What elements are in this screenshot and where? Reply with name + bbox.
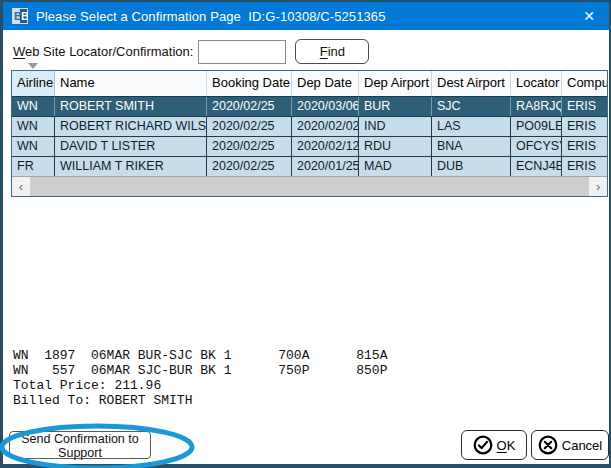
scrollbar-thumb[interactable] — [30, 177, 589, 196]
table-cell: 2020/03/06 — [292, 97, 359, 116]
ok-button[interactable]: OK — [461, 430, 527, 460]
cancel-button[interactable]: Cancel — [531, 430, 609, 460]
table-cell: ROBERT RICHARD WILSON — [55, 117, 207, 136]
search-label: Web Site Locator/Confirmation: — [13, 44, 193, 59]
horizontal-scrollbar[interactable]: ‹ › — [12, 176, 607, 196]
svg-text:B: B — [21, 10, 28, 22]
column-header-booking-date[interactable]: Booking Date — [207, 71, 292, 96]
title-bar: B B Please Select a Confirmation Page ID… — [3, 2, 609, 30]
dialog-window: B B Please Select a Confirmation Page ID… — [0, 0, 611, 468]
table-cell: BUR — [359, 97, 432, 116]
send-confirmation-button[interactable]: Send Confirmation to Support — [9, 431, 151, 459]
table-cell: RA8RJQ — [511, 97, 562, 116]
table-cell: ERIS — [562, 97, 607, 116]
table-cell: DAVID T LISTER — [55, 137, 207, 156]
table-cell: SJC — [432, 97, 511, 116]
table-cell: 2020/02/25 — [207, 157, 292, 176]
close-button[interactable]: ✕ — [569, 2, 609, 30]
window-title: Please Select a Confirmation Page ID:G-1… — [36, 9, 385, 24]
table-row[interactable]: WNROBERT RICHARD WILSON2020/02/252020/02… — [12, 117, 607, 137]
cancel-label: Cancel — [562, 438, 602, 453]
table-cell: MAD — [359, 157, 432, 176]
table-row[interactable]: WNDAVID T LISTER2020/02/252020/02/12RDUB… — [12, 137, 607, 157]
column-header-airline[interactable]: Airline — [12, 71, 55, 96]
flight-details-text: WN 1897 06MAR BUR-SJC BK 1 700A 815A WN … — [13, 348, 387, 408]
column-header-compu[interactable]: Compu — [562, 71, 607, 96]
table-cell: ERIS — [562, 137, 607, 156]
table-row[interactable]: FRWILLIAM T RIKER2020/02/252020/01/25MAD… — [12, 157, 607, 176]
grid-header-row: AirlineNameBooking DateDep DateDep Airpo… — [12, 71, 607, 97]
table-cell: WILLIAM T RIKER — [55, 157, 207, 176]
dialog-content: Web Site Locator/Confirmation: Find Airl… — [3, 30, 609, 464]
column-header-dep-airport[interactable]: Dep Airport — [359, 71, 432, 96]
table-cell: 2020/02/02 — [292, 117, 359, 136]
grid-body: WNROBERT SMITH2020/02/252020/03/06BURSJC… — [12, 97, 607, 176]
check-circle-icon — [473, 435, 493, 455]
table-cell: 2020/02/25 — [207, 137, 292, 156]
table-cell: 2020/02/25 — [207, 97, 292, 116]
find-button[interactable]: Find — [295, 39, 369, 64]
sort-indicator-icon — [28, 63, 38, 69]
table-cell: 2020/02/25 — [207, 117, 292, 136]
table-cell: PO09LE — [511, 117, 562, 136]
close-icon: ✕ — [583, 8, 595, 24]
column-header-dep-date[interactable]: Dep Date — [292, 71, 359, 96]
table-cell: LAS — [432, 117, 511, 136]
search-input[interactable] — [198, 40, 286, 64]
table-cell: ERIS — [562, 157, 607, 176]
table-cell: ECNJ4B — [511, 157, 562, 176]
app-logo-icon: B B — [12, 8, 28, 24]
table-cell: WN — [12, 97, 55, 116]
table-cell: ERIS — [562, 117, 607, 136]
table-cell: IND — [359, 117, 432, 136]
table-cell: OFCYSY — [511, 137, 562, 156]
table-cell: DUB — [432, 157, 511, 176]
table-cell: 2020/01/25 — [292, 157, 359, 176]
table-row[interactable]: WNROBERT SMITH2020/02/252020/03/06BURSJC… — [12, 97, 607, 117]
table-cell: RDU — [359, 137, 432, 156]
column-header-locator[interactable]: Locator — [511, 71, 562, 96]
table-cell: ROBERT SMITH — [55, 97, 207, 116]
scrollbar-left-arrow-icon[interactable]: ‹ — [12, 177, 30, 196]
ok-label: OK — [497, 438, 516, 453]
column-header-dest-airport[interactable]: Dest Airport — [432, 71, 511, 96]
table-cell: BNA — [432, 137, 511, 156]
column-header-name[interactable]: Name — [55, 71, 207, 96]
results-grid: AirlineNameBooking DateDep DateDep Airpo… — [11, 70, 608, 197]
x-circle-icon — [538, 435, 558, 455]
table-cell: WN — [12, 117, 55, 136]
scrollbar-right-arrow-icon[interactable]: › — [589, 177, 607, 196]
table-cell: 2020/02/12 — [292, 137, 359, 156]
table-cell: WN — [12, 137, 55, 156]
table-cell: FR — [12, 157, 55, 176]
search-row: Web Site Locator/Confirmation: Find — [13, 39, 369, 64]
